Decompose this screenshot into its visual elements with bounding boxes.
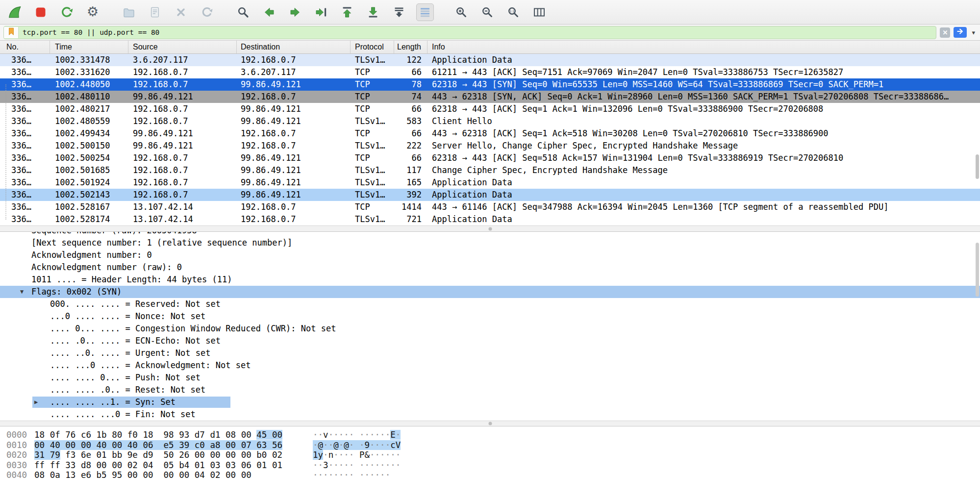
detail-text: .... .... ..1. = Syn: Set: [50, 397, 176, 407]
detail-row[interactable]: Sequence number (raw): 2665041958: [0, 232, 980, 237]
pane-splitter-top[interactable]: [0, 225, 980, 232]
hex-row[interactable]: 002031 79 f3 6e 01 bb 9e d9 50 26 00 00 …: [0, 450, 980, 460]
info-cell: 443 → 61146 [ACK] Seq=347988 Ack=16394 W…: [427, 201, 980, 213]
hex-ascii: 1y·n···· P&······: [313, 450, 401, 460]
pane-splitter-bottom[interactable]: [0, 421, 980, 426]
column-header-info[interactable]: Info: [427, 41, 980, 53]
packet-row[interactable]: 336…1002.501685192.168.0.799.86.49.121TL…: [0, 164, 980, 176]
detail-row[interactable]: ▼Flags: 0x002 (SYN): [0, 286, 980, 298]
filter-apply-button[interactable]: [954, 27, 967, 38]
destination-cell: 99.86.49.121: [237, 103, 351, 115]
restart-capture-button[interactable]: [58, 3, 75, 21]
length-cell: 66: [394, 66, 427, 78]
detail-row[interactable]: .... 0... .... = Congestion Window Reduc…: [0, 323, 980, 335]
packet-row[interactable]: 336…1002.502143192.168.0.799.86.49.121TL…: [0, 189, 980, 201]
detail-row[interactable]: Acknowledgment number (raw): 0: [0, 261, 980, 274]
no-cell: 336…: [0, 164, 50, 176]
hex-offset: 0020: [6, 450, 34, 460]
close-file-icon: [175, 6, 187, 18]
detail-row[interactable]: ...0 .... .... = Nonce: Not set: [0, 310, 980, 323]
detail-row[interactable]: .... ...0 .... = Acknowledgment: Not set: [0, 359, 980, 372]
protocol-cell: TCP: [351, 127, 394, 140]
zoom-original-button[interactable]: 1:1: [504, 3, 522, 21]
detail-row[interactable]: .... .... .0.. = Reset: Not set: [0, 384, 980, 396]
time-cell: 1002.480217: [50, 103, 128, 115]
auto-scroll-button[interactable]: [390, 3, 408, 21]
find-packet-button[interactable]: [234, 3, 252, 21]
column-header-destination[interactable]: Destination: [237, 41, 351, 53]
packet-row[interactable]: 336…1002.480217192.168.0.799.86.49.121TC…: [0, 103, 980, 115]
go-back-button[interactable]: [260, 3, 278, 21]
packet-row[interactable]: 336…1002.448050192.168.0.799.86.49.121TC…: [0, 78, 980, 91]
filter-dropdown-caret[interactable]: ▾: [970, 29, 977, 36]
length-cell: 392: [394, 189, 427, 201]
length-cell: 721: [394, 213, 427, 225]
packet-row[interactable]: 336…1002.48011099.86.49.121192.168.0.7TC…: [0, 91, 980, 103]
filter-bookmark-button[interactable]: [4, 27, 19, 38]
detail-row[interactable]: [Next sequence number: 1 (relative seque…: [0, 237, 980, 249]
packet-row[interactable]: 336…1002.501924192.168.0.799.86.49.121TL…: [0, 176, 980, 189]
hex-row[interactable]: 001000 40 00 00 40 00 40 06 e5 39 c0 a8 …: [0, 440, 980, 450]
packet-row[interactable]: 336…1002.52817413.107.42.14192.168.0.7TL…: [0, 213, 980, 225]
detail-row[interactable]: .... ..0. .... = Urgent: Not set: [0, 347, 980, 359]
time-cell: 1002.502143: [50, 189, 128, 201]
expand-arrow-icon[interactable]: ▶: [34, 396, 38, 408]
packet-row[interactable]: 336…1002.3314783.6.207.117192.168.0.7TLS…: [0, 54, 980, 66]
length-cell: 74: [394, 91, 427, 103]
resize-columns-button[interactable]: [530, 3, 548, 21]
detail-row[interactable]: Acknowledgment number: 0: [0, 249, 980, 261]
detail-text: 1011 .... = Header Length: 44 bytes (11): [31, 274, 232, 284]
capture-options-button[interactable]: ⚙: [84, 3, 101, 21]
packet-row[interactable]: 336…1002.52816713.107.42.14192.168.0.7TC…: [0, 201, 980, 213]
length-cell: 117: [394, 164, 427, 176]
zoom-in-icon: [455, 6, 468, 19]
hex-row[interactable]: 000018 0f 76 c6 1b 80 f0 18 98 93 d7 d1 …: [0, 430, 980, 440]
column-header-protocol[interactable]: Protocol: [351, 41, 394, 53]
close-capture-button[interactable]: [172, 3, 190, 21]
detail-row[interactable]: .... .... 0... = Push: Not set: [0, 372, 980, 384]
zoom-in-button[interactable]: [452, 3, 470, 21]
save-capture-button[interactable]: [146, 3, 164, 21]
destination-cell: 192.168.0.7: [237, 127, 351, 140]
packet-row[interactable]: 336…1002.480559192.168.0.799.86.49.121TL…: [0, 115, 980, 127]
go-forward-button[interactable]: [286, 3, 304, 21]
packet-list-scrollbar[interactable]: [976, 154, 979, 179]
details-scrollbar[interactable]: [976, 243, 979, 297]
hex-row[interactable]: 0030ff ff 33 d8 00 00 02 04 05 b4 01 03 …: [0, 460, 980, 471]
column-header-time[interactable]: Time: [50, 41, 128, 53]
open-capture-button[interactable]: [120, 3, 138, 21]
column-header-length[interactable]: Length: [394, 41, 427, 53]
packet-list: 336…1002.3314783.6.207.117192.168.0.7TLS…: [0, 54, 980, 225]
collapse-arrow-icon[interactable]: ▼: [20, 286, 24, 298]
filter-clear-button[interactable]: ✕: [940, 27, 950, 38]
destination-cell: 99.86.49.121: [237, 164, 351, 176]
packet-row[interactable]: 336…1002.49943499.86.49.121192.168.0.7TC…: [0, 127, 980, 140]
time-cell: 1002.480559: [50, 115, 128, 127]
time-cell: 1002.500150: [50, 140, 128, 152]
display-filter-field[interactable]: [3, 26, 936, 39]
column-header-no[interactable]: No.: [0, 41, 50, 53]
go-to-first-packet-button[interactable]: [338, 3, 356, 21]
start-capture-button[interactable]: [6, 3, 24, 21]
packet-row[interactable]: 336…1002.500254192.168.0.799.86.49.121TC…: [0, 152, 980, 164]
display-filter-input[interactable]: [19, 28, 936, 36]
go-to-packet-button[interactable]: [312, 3, 330, 21]
reload-capture-button[interactable]: [198, 3, 216, 21]
detail-row[interactable]: .... .... ...0 = Fin: Not set: [0, 408, 980, 421]
detail-row[interactable]: .... .0.. .... = ECN-Echo: Not set: [0, 335, 980, 347]
colorize-packets-button[interactable]: [416, 3, 434, 21]
packet-row[interactable]: 336…1002.50015099.86.49.121192.168.0.7TL…: [0, 140, 980, 152]
stop-capture-button[interactable]: [32, 3, 50, 21]
conversation-trace-line: [5, 84, 6, 220]
hex-row[interactable]: 004008 0a 13 e6 b5 95 00 00 00 00 04 02 …: [0, 470, 980, 480]
column-header-source[interactable]: Source: [128, 41, 237, 53]
detail-row[interactable]: ▶.... .... ..1. = Syn: Set: [0, 396, 980, 408]
detail-row[interactable]: 1011 .... = Header Length: 44 bytes (11): [0, 274, 980, 286]
packet-row[interactable]: 336…1002.331620192.168.0.73.6.207.117TCP…: [0, 66, 980, 78]
detail-row[interactable]: 000. .... .... = Reserved: Not set: [0, 298, 980, 310]
bookmark-icon: [7, 27, 16, 38]
go-to-last-packet-button[interactable]: [364, 3, 382, 21]
hex-ascii: ··v····· ······E·: [313, 430, 401, 440]
no-cell: 336…: [0, 140, 50, 152]
zoom-out-button[interactable]: [478, 3, 496, 21]
